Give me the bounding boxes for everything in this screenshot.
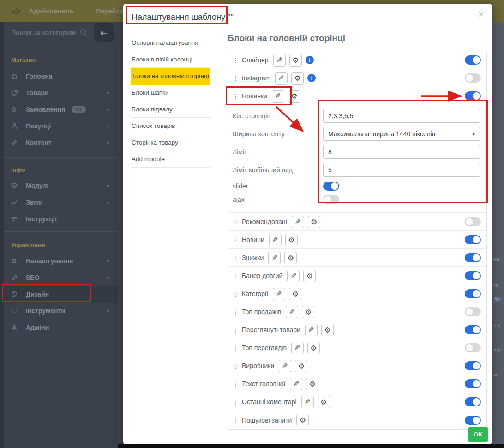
drag-handle-icon[interactable]	[233, 381, 238, 387]
drag-handle-icon[interactable]	[233, 417, 238, 424]
block-label: Категорії	[242, 290, 268, 297]
settings-gear-button[interactable]	[318, 396, 330, 408]
edit-pencil-button[interactable]	[305, 324, 318, 336]
sidebar-item-label: Покупці	[26, 122, 51, 130]
field-input[interactable]	[323, 145, 480, 159]
block-enabled-toggle[interactable]	[465, 343, 481, 352]
sidebar-item-palette[interactable]: Дизайн	[0, 286, 118, 303]
search-icon[interactable]	[79, 28, 88, 38]
field-input[interactable]	[323, 163, 480, 177]
edit-pencil-button[interactable]	[279, 360, 291, 372]
block-enabled-toggle[interactable]	[465, 416, 481, 425]
edit-pencil-button[interactable]	[275, 72, 288, 85]
block-enabled-toggle[interactable]	[465, 217, 481, 226]
block-enabled-toggle[interactable]	[465, 235, 481, 244]
drag-handle-icon[interactable]	[233, 399, 238, 406]
block-row: Новини	[228, 231, 486, 249]
sidebar-item-admin[interactable]: Адміни	[0, 319, 118, 336]
ajax-toggle[interactable]	[323, 195, 339, 204]
block-enabled-toggle[interactable]	[465, 91, 481, 101]
block-enabled-toggle[interactable]	[465, 73, 481, 83]
drag-handle-icon[interactable]	[233, 291, 238, 297]
sidebar-item-home[interactable]: Головна	[0, 68, 118, 85]
sidebar-item-list[interactable]: Інструкції	[0, 211, 118, 227]
settings-gear-button[interactable]	[321, 324, 334, 336]
sidebar-item-user[interactable]: Покупці	[0, 118, 118, 134]
left-edge-strip	[0, 22, 4, 448]
sidebar-item-label: Звіти	[26, 199, 43, 206]
edit-pencil-button[interactable]	[291, 342, 304, 354]
content-width-select[interactable]: Максимальна ширина 1440 пікселів	[323, 127, 480, 141]
edit-pencil-button[interactable]	[273, 54, 286, 67]
edit-pencil-button[interactable]	[268, 252, 281, 264]
settings-gear-button[interactable]	[302, 306, 314, 318]
drag-handle-icon[interactable]	[233, 236, 238, 243]
modal-tab[interactable]: Основні налаштування	[131, 35, 210, 51]
sidebar-item-pen[interactable]: Контент	[0, 134, 118, 151]
drag-handle-icon[interactable]	[233, 272, 238, 279]
close-icon[interactable]: ×	[478, 9, 484, 20]
info-icon[interactable]	[306, 56, 314, 64]
ok-button[interactable]: OK	[468, 427, 488, 442]
block-enabled-toggle[interactable]	[465, 55, 481, 65]
settings-gear-button[interactable]	[303, 270, 316, 282]
modal-tab[interactable]: Блоки в лівій колонці	[131, 51, 210, 68]
modal-tab[interactable]: Блоки на головній сторінці	[131, 68, 210, 85]
drag-handle-icon[interactable]	[233, 345, 238, 351]
block-enabled-toggle[interactable]	[465, 271, 481, 280]
block-enabled-toggle[interactable]	[465, 307, 481, 316]
sidebar-item-chart[interactable]: Звіти	[0, 194, 118, 211]
block-enabled-toggle[interactable]	[465, 325, 481, 334]
edit-pencil-button[interactable]	[272, 90, 284, 103]
settings-gear-button[interactable]	[296, 414, 309, 426]
block-enabled-toggle[interactable]	[465, 361, 481, 370]
sidebar-item-layers[interactable]: Модулі	[0, 177, 118, 194]
settings-gear-button[interactable]	[289, 54, 302, 67]
sidebar-item-tools[interactable]: Інструменти	[0, 303, 118, 319]
settings-gear-button[interactable]	[284, 252, 297, 264]
modal-tab[interactable]: Сторінка товару	[131, 134, 210, 151]
template-settings-modal: Налаштування шаблону "" × Основні налашт…	[123, 4, 492, 444]
block-enabled-toggle[interactable]	[465, 397, 481, 406]
drag-handle-icon[interactable]	[233, 93, 238, 100]
settings-gear-button[interactable]	[295, 360, 307, 372]
drag-handle-icon[interactable]	[233, 218, 238, 225]
drag-handle-icon[interactable]	[233, 327, 238, 333]
slider-toggle[interactable]	[323, 182, 339, 191]
edit-pencil-button[interactable]	[273, 288, 285, 300]
link-icon	[10, 274, 18, 282]
sidebar-item-dollar[interactable]: $ Замовлення 23	[0, 101, 118, 118]
modal-tab[interactable]: Add module	[131, 151, 210, 168]
modal-tab[interactable]: Список товарів	[131, 118, 210, 134]
sidebar-item-link[interactable]: SEO	[0, 269, 118, 286]
settings-gear-button[interactable]	[288, 90, 300, 103]
sidebar-item-settings-gear[interactable]: ⚙ Налаштування	[0, 253, 118, 269]
modal-tab[interactable]: Блоки підвалу	[131, 101, 210, 118]
drag-handle-icon[interactable]	[233, 363, 238, 369]
drag-handle-icon[interactable]	[233, 254, 238, 261]
sidebar-item-tag[interactable]: Товари	[0, 85, 118, 101]
settings-gear-button[interactable]	[289, 288, 301, 300]
edit-pencil-button[interactable]	[286, 306, 298, 318]
block-enabled-toggle[interactable]	[465, 289, 481, 298]
settings-gear-button[interactable]	[291, 72, 304, 85]
block-enabled-toggle[interactable]	[465, 379, 481, 388]
edit-pencil-button[interactable]	[301, 396, 314, 408]
sidebar-collapse-button[interactable]	[94, 23, 114, 42]
edit-pencil-button[interactable]	[292, 216, 304, 228]
modal-tab[interactable]: Блоки шапки	[131, 85, 210, 101]
block-enabled-toggle[interactable]	[465, 253, 481, 262]
field-input[interactable]	[323, 109, 480, 123]
info-icon[interactable]	[307, 74, 316, 82]
search-input[interactable]	[11, 29, 76, 36]
settings-gear-button[interactable]	[308, 216, 320, 228]
drag-handle-icon[interactable]	[233, 57, 238, 64]
edit-pencil-button[interactable]	[269, 234, 282, 246]
drag-handle-icon[interactable]	[233, 309, 238, 315]
edit-pencil-button[interactable]	[287, 270, 300, 282]
settings-gear-button[interactable]	[306, 378, 318, 390]
drag-handle-icon[interactable]	[233, 75, 238, 82]
settings-gear-button[interactable]	[307, 342, 320, 354]
settings-gear-button[interactable]	[285, 234, 298, 246]
edit-pencil-button[interactable]	[290, 378, 302, 390]
